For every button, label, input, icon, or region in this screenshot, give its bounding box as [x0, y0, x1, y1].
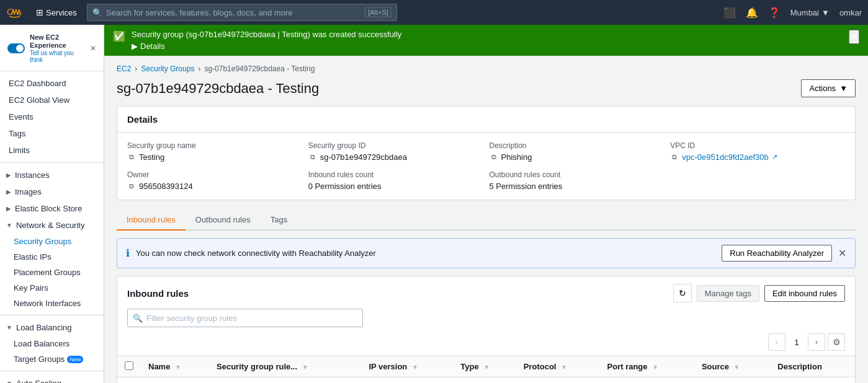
filter-row: 🔍 — [117, 309, 855, 333]
run-reachability-analyzer-button[interactable]: Run Reachability Analyzer — [722, 245, 832, 262]
column-settings-button[interactable]: ⚙ — [828, 333, 845, 351]
nav-right: ⬛ 🔔 ❓ Mumbai ▼ omkar — [723, 7, 862, 19]
select-all-header — [117, 356, 141, 377]
manage-tags-button: Manage tags — [697, 285, 759, 302]
tab-tags[interactable]: Tags — [261, 210, 297, 231]
sidebar-item-target-groups[interactable]: Target Groups New — [0, 351, 104, 367]
filter-security-group-rules-input[interactable] — [146, 314, 357, 323]
sidebar-item-placement-groups[interactable]: Placement Groups — [0, 265, 104, 280]
sort-icon: ▼ — [412, 364, 418, 371]
user-menu[interactable]: omkar — [839, 8, 862, 17]
breadcrumb-current: sg-07b1e949729cbdaea - Testing — [204, 64, 315, 73]
inbound-rules-title: Inbound rules — [127, 288, 189, 299]
top-navigation: ⊞ Services 🔍 [Alt+S] ⬛ 🔔 ❓ Mumbai ▼ omka… — [0, 0, 868, 25]
copy-icon[interactable]: ⧉ — [670, 153, 679, 162]
sidebar-section-load-balancing[interactable]: ▼ Load Balancing — [0, 319, 104, 336]
cloud-icon[interactable]: ⬛ — [723, 7, 736, 19]
details-toggle[interactable]: ▶ Details — [132, 42, 401, 51]
close-toggle-icon[interactable]: ✕ — [90, 44, 96, 53]
sidebar-item-security-groups[interactable]: Security Groups — [0, 234, 104, 249]
sidebar-section-instances[interactable]: ▶ Instances — [0, 167, 104, 183]
col-ip-version: IP version ▼ — [361, 356, 453, 377]
success-message: Security group (sg-07b1e949729cbdaea | T… — [132, 30, 401, 39]
region-selector[interactable]: Mumbai ▼ — [790, 8, 830, 17]
dismiss-info-banner-button[interactable]: ✕ — [838, 247, 846, 259]
success-banner: ✅ Security group (sg-07b1e949729cbdaea |… — [104, 25, 868, 56]
sidebar-item-tags[interactable]: Tags — [0, 125, 104, 142]
sort-icon: ▼ — [483, 364, 490, 371]
breadcrumb-sep: › — [135, 64, 137, 73]
tab-outbound-rules[interactable]: Outbound rules — [186, 210, 261, 231]
sort-icon: ▼ — [175, 364, 181, 371]
sort-icon: ▼ — [652, 364, 658, 371]
details-card: Details Security group name ⧉ Testing Se… — [117, 106, 856, 200]
sidebar-item-ec2-global-view[interactable]: EC2 Global View — [0, 92, 104, 108]
tab-inbound-rules[interactable]: Inbound rules — [117, 210, 186, 231]
copy-icon[interactable]: ⧉ — [308, 153, 317, 162]
sidebar-item-ec2-dashboard[interactable]: EC2 Dashboard — [0, 75, 104, 92]
detail-outbound-count: Outbound rules count 5 Permission entrie… — [490, 170, 664, 191]
sidebar-item-key-pairs[interactable]: Key Pairs — [0, 280, 104, 296]
copy-icon[interactable]: ⧉ — [127, 182, 136, 191]
details-header: Details — [117, 107, 855, 133]
edit-inbound-rules-button[interactable]: Edit inbound rules — [764, 285, 845, 302]
sidebar-section-auto-scaling[interactable]: ▼ Auto Scaling — [0, 375, 104, 383]
copy-icon[interactable]: ⧉ — [127, 153, 136, 162]
no-data-row: No security group rules found — [117, 377, 855, 384]
toggle-switch[interactable] — [7, 43, 25, 53]
breadcrumb-security-groups[interactable]: Security Groups — [141, 64, 194, 73]
col-protocol: Protocol ▼ — [516, 356, 600, 377]
select-all-checkbox[interactable] — [125, 361, 133, 370]
inbound-rules-card: Inbound rules ↻ Manage tags Edit inbound… — [117, 276, 856, 383]
help-icon[interactable]: ❓ — [768, 7, 781, 19]
detail-vpc-id: VPC ID ⧉ vpc-0e951dc9fd2aef30b ↗ — [670, 141, 845, 162]
sidebar-item-load-balancers[interactable]: Load Balancers — [0, 336, 104, 351]
new-badge: New — [67, 356, 83, 363]
vpc-link[interactable]: vpc-0e951dc9fd2aef30b — [682, 152, 769, 162]
search-bar[interactable]: 🔍 [Alt+S] — [87, 4, 397, 21]
copy-icon[interactable]: ⧉ — [490, 153, 498, 162]
chevron-right-icon: ▶ — [132, 42, 138, 51]
sidebar-item-events[interactable]: Events — [0, 108, 104, 125]
sidebar-item-network-interfaces[interactable]: Network Interfaces — [0, 296, 104, 311]
detail-sg-name: Security group name ⧉ Testing — [127, 141, 302, 162]
next-page-button[interactable]: › — [808, 333, 825, 351]
col-port-range: Port range ▼ — [600, 356, 694, 377]
sidebar-section-network-security[interactable]: ▼ Network & Security — [0, 217, 104, 234]
col-description: Description — [770, 356, 855, 377]
sort-icon: ▼ — [561, 364, 567, 371]
pagination-row: ‹ 1 › ⚙ — [117, 333, 855, 356]
chevron-down-icon: ▼ — [6, 380, 12, 383]
filter-input-container[interactable]: 🔍 — [127, 309, 363, 327]
chevron-down-icon: ▼ — [839, 84, 848, 93]
refresh-button[interactable]: ↻ — [673, 284, 692, 302]
page-title: sg-07b1e949729cbdaea - Testing — [117, 81, 319, 97]
sort-icon: ▼ — [734, 364, 740, 371]
breadcrumb-ec2[interactable]: EC2 — [117, 64, 131, 73]
chevron-down-icon: ▼ — [6, 222, 12, 229]
services-button[interactable]: ⊞ Services — [31, 5, 82, 20]
actions-button[interactable]: Actions ▼ — [801, 79, 856, 97]
col-type: Type ▼ — [453, 356, 516, 377]
sidebar: New EC2 Experience Tell us what you thin… — [0, 25, 104, 383]
bell-icon[interactable]: 🔔 — [746, 7, 758, 19]
chevron-down-icon: ▼ — [821, 8, 830, 17]
detail-sg-id: Security group ID ⧉ sg-07b1e949729cbdaea — [308, 141, 483, 162]
search-input[interactable] — [106, 8, 361, 17]
sg-link[interactable]: sg-07b1e949729cbdaea | Testing — [189, 30, 308, 39]
sidebar-item-elastic-ips[interactable]: Elastic IPs — [0, 249, 104, 265]
chevron-right-icon: ▶ — [6, 205, 11, 212]
aws-logo[interactable] — [6, 6, 26, 19]
close-banner-button[interactable]: ✕ — [849, 30, 859, 44]
prev-page-button[interactable]: ‹ — [768, 333, 785, 351]
info-banner: ℹ You can now check network connectivity… — [117, 238, 856, 268]
chevron-right-icon: ▶ — [6, 172, 11, 178]
sidebar-section-images[interactable]: ▶ Images — [0, 183, 104, 200]
new-experience-toggle[interactable]: New EC2 Experience Tell us what you thin… — [0, 30, 104, 67]
table-header-row: Name ▼ Security group rule... ▼ IP versi… — [117, 356, 855, 377]
inbound-rules-table: Name ▼ Security group rule... ▼ IP versi… — [117, 356, 855, 383]
sort-icon: ▼ — [302, 364, 308, 371]
sidebar-item-limits[interactable]: Limits — [0, 142, 104, 159]
sidebar-section-elastic-block-store[interactable]: ▶ Elastic Block Store — [0, 200, 104, 217]
page-header: sg-07b1e949729cbdaea - Testing Actions ▼ — [117, 79, 856, 97]
